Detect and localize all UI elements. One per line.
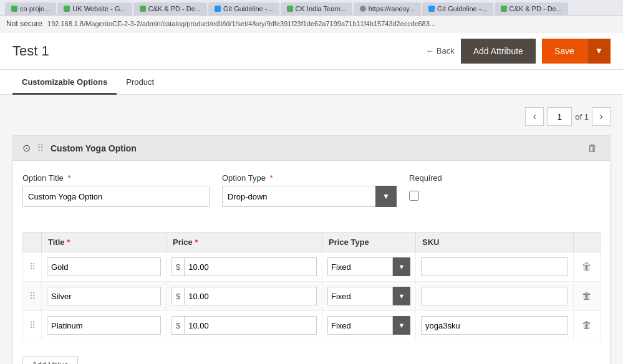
tab-7[interactable]: Git Guideline -... [422,2,493,15]
tab-2[interactable]: UK Website - G... [57,2,132,15]
delete-cell-2: 🗑 [574,311,601,340]
panel-delete-button[interactable]: 🗑 [584,143,601,154]
title-input-2[interactable] [47,316,161,335]
sku-input-0[interactable] [421,257,568,276]
col-title: Title * [42,232,167,252]
tab-favicon-4 [215,6,221,12]
tab-favicon-2 [64,6,70,12]
row-delete-button-2[interactable]: 🗑 [579,320,595,331]
row-delete-button-0[interactable]: 🗑 [579,261,595,272]
url-display: 192.168.1.8/MagentoCE-2-3-2/admin/catalo… [47,20,617,27]
drag-handle-1[interactable]: ⠿ [28,291,36,301]
subnav-product[interactable]: Product [117,70,163,95]
price-symbol-2: $ [172,317,185,334]
panel-drag-icon: ⠿ [37,142,44,154]
title-input-1[interactable] [47,287,161,305]
option-type-select[interactable]: Drop-down Radio Buttons Checkbox Multipl… [222,186,397,207]
panel-toggle-button[interactable]: ⊙ [22,142,31,154]
table-row: ⠿ $ Fixed Percent ▼ [23,252,601,282]
tab-1[interactable]: co proje... [5,2,56,15]
price-type-arrow-1: ▼ [393,287,410,305]
table-row: ⠿ $ Fixed Percent ▼ [23,311,601,340]
tab-label-5: CK India Team... [296,5,346,12]
price-type-wrapper-2: Fixed Percent ▼ [327,316,410,335]
header-actions: ← Back Add Attribute Save ▼ [426,39,611,64]
sku-input-2[interactable] [421,316,568,335]
add-attribute-button[interactable]: Add Attribute [461,39,536,64]
tab-6[interactable]: https://ranosy... [354,2,421,15]
save-button-group: Save ▼ [542,39,611,64]
values-table: Title * Price * Price Type SKU [22,232,601,340]
sku-cell-2 [416,311,574,340]
drag-handle-2[interactable]: ⠿ [28,320,36,330]
delete-cell-0: 🗑 [574,252,601,282]
option-required-group: Required [409,173,471,201]
option-required-label: Required [409,173,471,183]
tab-favicon-8 [501,6,507,12]
subnav-customizable-options[interactable]: Customizable Options [12,70,117,95]
price-input-2[interactable] [185,317,316,334]
save-dropdown-button[interactable]: ▼ [587,39,611,64]
tab-label-6: https://ranosy... [369,5,415,12]
tab-5[interactable]: CK India Team... [281,2,352,15]
col-action [574,232,601,252]
option-type-select-wrapper: Drop-down Radio Buttons Checkbox Multipl… [222,186,397,207]
option-type-label: Option Type * [222,173,397,183]
price-symbol-0: $ [172,258,185,275]
tab-8[interactable]: C&K & PD - De... [495,2,568,15]
price-input-wrapper-2: $ [171,316,317,335]
pagination-next-button[interactable]: › [592,107,611,126]
price-cell-1: $ [167,282,322,311]
tab-4[interactable]: Git Guideline -... [208,2,279,15]
tab-3[interactable]: C&K & PD - De... [133,2,207,15]
price-input-0[interactable] [185,258,316,275]
drag-cell-1: ⠿ [23,282,42,311]
option-title-input[interactable] [22,186,210,207]
sku-cell-0 [416,252,574,282]
price-type-cell-2: Fixed Percent ▼ [322,311,416,340]
option-required-checkbox[interactable] [409,191,419,201]
option-panel: ⊙ ⠿ Custom Yoga Option 🗑 Option Title * … [12,135,611,364]
sku-input-1[interactable] [421,287,568,305]
option-panel-header: ⊙ ⠿ Custom Yoga Option 🗑 [13,136,610,161]
tab-favicon-7 [428,6,435,12]
browser-address-bar: Not secure 192.168.1.8/MagentoCE-2-3-2/a… [0,16,623,32]
security-label: Not secure [6,19,42,28]
price-type-select-2[interactable]: Fixed Percent [327,316,393,335]
delete-cell-1: 🗑 [574,282,601,311]
tab-label-7: Git Guideline -... [437,5,486,12]
pagination-prev-button[interactable]: ‹ [525,107,544,126]
price-input-wrapper-0: $ [171,257,317,276]
price-cell-2: $ [167,311,322,340]
pagination-of-label: of 1 [575,112,589,122]
values-table-header-row: Title * Price * Price Type SKU [23,232,601,252]
price-symbol-1: $ [172,287,185,305]
option-type-required-star: * [270,173,273,183]
table-row: ⠿ $ Fixed Percent ▼ [23,282,601,311]
tab-label-4: Git Guideline -... [223,5,273,12]
price-type-arrow-0: ▼ [393,257,410,276]
price-type-select-1[interactable]: Fixed Percent [327,287,393,305]
back-button[interactable]: ← Back [426,46,455,55]
tab-label-1: co proje... [20,5,50,12]
drag-handle-0[interactable]: ⠿ [28,262,36,272]
price-type-wrapper-0: Fixed Percent ▼ [327,257,410,276]
title-cell-0 [42,252,167,282]
add-value-button[interactable]: Add Value [22,356,78,364]
title-cell-1 [42,282,167,311]
option-title-group: Option Title * [22,173,210,207]
drag-cell-0: ⠿ [23,252,42,282]
col-sku: SKU [416,232,574,252]
pagination-page-input[interactable] [547,107,572,126]
price-type-select-0[interactable]: Fixed Percent [327,257,393,276]
main-content: ‹ of 1 › ⊙ ⠿ Custom Yoga Option 🗑 Option… [0,95,623,364]
col-price-type: Price Type [322,232,416,252]
tab-favicon-1 [11,6,17,12]
price-input-1[interactable] [185,287,316,305]
tab-favicon-3 [140,6,146,12]
title-input-0[interactable] [47,257,161,276]
col-drag [23,232,42,252]
page-title: Test 1 [12,43,49,59]
row-delete-button-1[interactable]: 🗑 [579,290,595,302]
save-button[interactable]: Save [542,39,587,64]
